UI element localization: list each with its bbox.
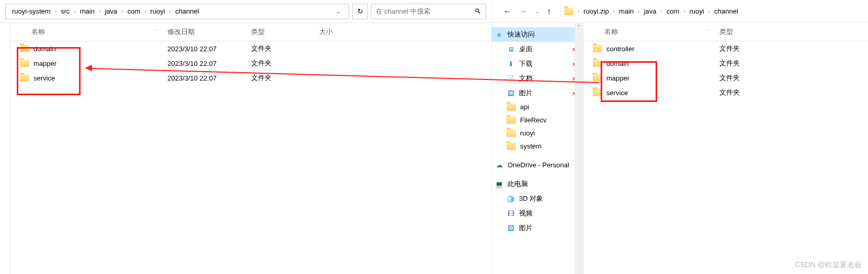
sidebar-item-folder[interactable]: FileRecv: [492, 113, 583, 127]
folder-icon: [593, 89, 602, 96]
sidebar-label: 视频: [519, 209, 533, 218]
col-name-header[interactable]: 名称˄: [583, 27, 719, 37]
breadcrumb-item[interactable]: ruoyi: [687, 6, 706, 16]
chevron-right-icon: ›: [170, 8, 171, 14]
chevron-right-icon: ›: [578, 8, 579, 14]
breadcrumb-item[interactable]: java: [642, 6, 659, 16]
sidebar-label: 快速访问: [508, 30, 535, 39]
breadcrumb-item[interactable]: channel: [712, 6, 740, 16]
left-toolbar: ruoyi-system› src› main› java› com› ruoy…: [0, 0, 491, 23]
document-icon: 📄: [506, 74, 515, 83]
left-filelist: 名称˄ 修改日期 类型 大小 domain 2023/3/10 22:07 文件…: [10, 23, 491, 274]
left-breadcrumb[interactable]: ruoyi-system› src› main› java› com› ruoy…: [5, 4, 349, 19]
chevron-down-icon[interactable]: ⌄: [332, 7, 344, 15]
file-date: 2023/3/10 22:07: [167, 74, 251, 82]
history-dropdown[interactable]: ⌄: [535, 8, 539, 15]
folder-icon: [506, 130, 516, 137]
list-item[interactable]: domain 2023/3/10 22:07 文件夹: [10, 41, 491, 56]
folder-icon: [564, 8, 573, 15]
sidebar-label: 桌面: [519, 44, 533, 54]
search-icon[interactable]: 🔍︎: [475, 7, 481, 15]
sidebar-onedrive[interactable]: ☁OneDrive - Personal: [492, 158, 583, 172]
sidebar-label: api: [520, 103, 529, 111]
chevron-right-icon: ›: [121, 8, 123, 14]
col-type-header[interactable]: 类型: [719, 27, 787, 37]
refresh-icon: ↻: [357, 7, 363, 15]
sidebar-label: FileRecv: [520, 116, 547, 124]
file-type: 文件夹: [251, 73, 319, 83]
forward-button[interactable]: →: [519, 7, 527, 16]
refresh-button[interactable]: ↻: [352, 4, 368, 19]
file-date: 2023/3/10 22:07: [167, 60, 251, 67]
sort-indicator-icon: ˄: [154, 29, 157, 35]
breadcrumb-item[interactable]: main: [617, 6, 636, 16]
sidebar-item-folder[interactable]: ruoyi: [492, 127, 583, 140]
sidebar-item-folder[interactable]: api: [492, 100, 583, 113]
sidebar-item-desktop[interactable]: 🖥桌面📌: [492, 42, 583, 56]
folder-icon: [593, 45, 602, 52]
desktop-icon: 🖥: [506, 45, 515, 53]
list-item[interactable]: service 2023/3/10 22:07 文件夹: [10, 71, 491, 85]
sidebar-item-3d[interactable]: 🧊3D 对象: [492, 191, 583, 206]
breadcrumb-item[interactable]: java: [103, 6, 119, 16]
sidebar-this-pc[interactable]: 💻此电脑: [492, 177, 583, 191]
col-type-header[interactable]: 类型: [251, 27, 319, 37]
list-item[interactable]: mapper 文件夹: [583, 71, 868, 85]
cube-icon: 🧊: [506, 195, 515, 203]
sidebar-label: system: [520, 142, 542, 150]
folder-icon: [593, 74, 602, 82]
breadcrumb-item[interactable]: ruoyi-system: [10, 6, 53, 16]
chevron-right-icon: ›: [683, 8, 685, 14]
chevron-right-icon: ›: [613, 8, 615, 14]
folder-icon: [20, 74, 29, 82]
file-type: 文件夹: [719, 59, 787, 68]
file-name: mapper: [33, 60, 57, 67]
sidebar-item-documents[interactable]: 📄文档📌: [492, 71, 583, 86]
sidebar-item-pictures2[interactable]: 🖼图片: [492, 221, 583, 235]
sidebar-label: ruoyi: [520, 129, 535, 137]
sidebar-item-pictures[interactable]: 🖼图片📌: [492, 86, 583, 100]
col-size-header[interactable]: 大小: [319, 27, 371, 37]
folder-icon: [506, 104, 516, 111]
up-button[interactable]: ↑: [547, 7, 551, 16]
file-date: 2023/3/10 22:07: [167, 45, 251, 53]
folder-icon: [506, 143, 516, 150]
col-name-header[interactable]: 名称˄: [10, 27, 167, 37]
sidebar-quick-access[interactable]: ★ 快速访问: [492, 27, 583, 42]
search-input[interactable]: [376, 7, 475, 15]
list-item[interactable]: domain 文件夹: [583, 56, 868, 71]
sidebar-item-downloads[interactable]: ⬇下载📌: [492, 56, 583, 71]
col-date-header[interactable]: 修改日期: [167, 27, 251, 37]
breadcrumb-item[interactable]: com: [125, 6, 142, 16]
breadcrumb-item[interactable]: ruoyi: [148, 6, 167, 16]
chevron-right-icon: ›: [74, 8, 75, 14]
left-tree-collapsed[interactable]: [0, 23, 10, 274]
right-toolbar: ← → ⌄ ↑ › ruoyi.zip› main› java› com› ru…: [492, 0, 868, 23]
sidebar-label: OneDrive - Personal: [508, 161, 569, 169]
back-button[interactable]: ←: [503, 7, 512, 16]
folder-icon: [593, 60, 602, 67]
file-type: 文件夹: [251, 59, 319, 68]
file-name: controller: [606, 45, 634, 53]
chevron-right-icon: ›: [661, 8, 662, 14]
folder-icon: [20, 60, 29, 67]
breadcrumb-item[interactable]: com: [664, 6, 682, 16]
right-breadcrumb[interactable]: › ruoyi.zip› main› java› com› ruoyi› cha…: [564, 4, 863, 19]
list-item[interactable]: mapper 2023/3/10 22:07 文件夹: [10, 56, 491, 71]
list-item[interactable]: controller 文件夹: [583, 41, 868, 56]
sort-indicator-icon: ˄: [706, 29, 709, 35]
video-icon: 🎞: [506, 209, 515, 218]
breadcrumb-item[interactable]: main: [78, 6, 97, 16]
list-item[interactable]: service 文件夹: [583, 85, 868, 100]
left-explorer-pane: ruoyi-system› src› main› java› com› ruoy…: [0, 0, 492, 274]
file-name: domain: [33, 45, 56, 53]
column-headers: 名称˄ 类型: [583, 23, 868, 41]
scrollbar[interactable]: ˄: [574, 23, 583, 274]
breadcrumb-item[interactable]: src: [59, 6, 72, 16]
breadcrumb-item[interactable]: ruoyi.zip: [581, 6, 611, 16]
scroll-up-icon[interactable]: ˄: [574, 23, 583, 31]
sidebar-item-videos[interactable]: 🎞视频: [492, 206, 583, 221]
left-search-box[interactable]: 🔍︎: [371, 4, 486, 19]
sidebar-item-folder[interactable]: system: [492, 140, 583, 153]
breadcrumb-item[interactable]: channel: [173, 6, 201, 16]
